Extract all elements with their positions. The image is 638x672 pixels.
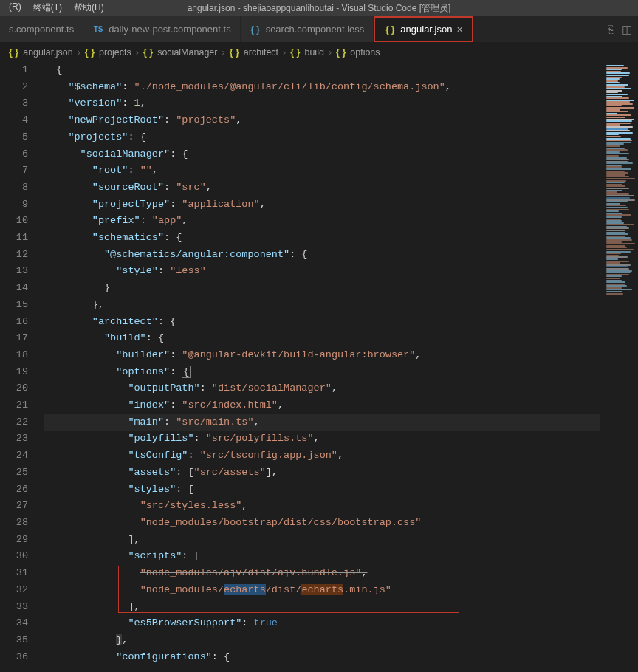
editor-tabs: s.component.ts TS daily-new-post.compone… [0, 16, 638, 43]
json-icon: { } [336, 47, 346, 58]
chevron-right-icon: › [283, 47, 286, 58]
json-icon: { } [143, 47, 153, 58]
breadcrumb-item[interactable]: socialManager [157, 47, 217, 58]
json-icon: { } [9, 47, 18, 58]
breadcrumb-item[interactable]: build [304, 47, 323, 58]
menu-bar[interactable]: (R) 终端(T) 帮助(H) [0, 0, 113, 16]
code-editor[interactable]: 1234567891011121314151617181920212223242… [0, 62, 638, 672]
json-icon: { } [85, 47, 95, 58]
breadcrumb-item[interactable]: architect [244, 47, 278, 58]
json-icon: { } [384, 24, 396, 35]
json-icon: { } [230, 47, 239, 58]
breadcrumb-item[interactable]: projects [99, 47, 131, 58]
less-icon: { } [250, 24, 261, 35]
breadcrumb-item[interactable]: options [350, 47, 380, 58]
tab-component-ts[interactable]: s.component.ts [0, 16, 83, 42]
tab-daily-new-post[interactable]: TS daily-new-post.component.ts [83, 16, 240, 42]
menu-item[interactable]: 帮助(H) [69, 1, 109, 14]
chevron-right-icon: › [222, 47, 224, 58]
split-editor-icon[interactable]: ◫ [622, 23, 632, 36]
title-bar: (R) 终端(T) 帮助(H) angular.json - shejiaoap… [0, 0, 638, 16]
minimap[interactable] [600, 62, 638, 672]
chevron-right-icon: › [329, 47, 332, 58]
code-area[interactable]: { "$schema": "./node_modules/@angular/cl… [41, 62, 600, 672]
tab-label: daily-new-post.component.ts [109, 24, 230, 35]
tab-search-less[interactable]: { } search.component.less [241, 16, 374, 42]
tab-label: s.component.ts [9, 24, 74, 35]
tab-label: angular.json [400, 24, 452, 35]
json-icon: { } [290, 47, 300, 58]
menu-item[interactable]: (R) [4, 1, 26, 14]
close-icon[interactable]: × [456, 24, 462, 35]
tab-label: search.component.less [266, 24, 365, 35]
line-number-gutter: 1234567891011121314151617181920212223242… [0, 62, 41, 672]
menu-item[interactable]: 终端(T) [29, 1, 66, 14]
git-compare-icon[interactable]: ⎘ [608, 23, 614, 35]
typescript-icon: TS [92, 25, 104, 33]
window-title: angular.json - shejiaoappguanlihoutai - … [188, 2, 451, 15]
breadcrumb[interactable]: { } angular.json › { } projects › { } so… [0, 43, 638, 62]
chevron-right-icon: › [78, 47, 80, 58]
chevron-right-icon: › [136, 47, 139, 58]
breadcrumb-item[interactable]: angular.json [23, 47, 72, 58]
tab-angular-json[interactable]: { } angular.json × [374, 16, 473, 42]
